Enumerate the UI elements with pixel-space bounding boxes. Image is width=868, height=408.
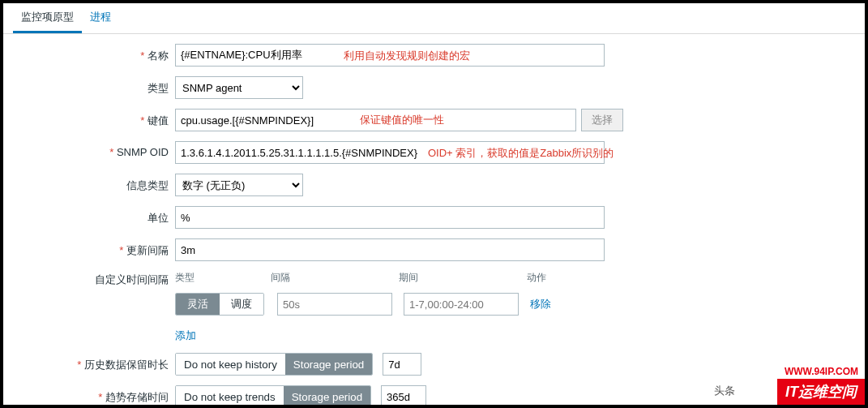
flexible-button[interactable]: 灵活 <box>176 294 220 315</box>
label-snmp-oid: SNMP OID <box>3 141 175 158</box>
remove-interval-link[interactable]: 移除 <box>530 297 551 311</box>
label-key: 键值 <box>3 109 175 128</box>
unit-input[interactable] <box>175 206 605 229</box>
label-history: 历史数据保留时长 <box>3 353 175 372</box>
annotation-key: 保证键值的唯一性 <box>360 113 444 127</box>
label-name: 名称 <box>3 44 175 63</box>
no-history-button[interactable]: Do not keep history <box>176 354 285 375</box>
header-action: 动作 <box>527 271 575 285</box>
history-period-input[interactable] <box>383 353 421 376</box>
label-type: 类型 <box>3 76 175 96</box>
trends-period-input[interactable] <box>381 385 426 408</box>
tabs-bar: 监控项原型 进程 <box>3 3 865 34</box>
update-interval-input[interactable] <box>175 238 605 261</box>
watermark-head: 头条 <box>714 384 735 398</box>
interval-header: 类型 间隔 期间 动作 <box>175 271 575 285</box>
label-trends: 趋势存储时间 <box>3 385 175 405</box>
history-mode-group: Do not keep history Storage period <box>175 353 373 376</box>
trends-mode-group: Do not keep trends Storage period <box>175 385 371 408</box>
add-interval-link[interactable]: 添加 <box>175 329 196 343</box>
watermark-url: WWW.94IP.COM <box>785 366 858 377</box>
form: 名称 利用自动发现规则创建的宏 类型 SNMP agent 键值 选择 保证键值… <box>3 34 865 408</box>
info-type-select[interactable]: 数字 (无正负) <box>175 174 303 196</box>
tab-item-prototype[interactable]: 监控项原型 <box>13 3 82 33</box>
watermark-brand: IT运维空间 <box>777 379 865 405</box>
flex-period-input[interactable] <box>404 293 519 316</box>
scheduling-button[interactable]: 调度 <box>220 294 263 315</box>
trends-storage-period-button[interactable]: Storage period <box>284 386 370 407</box>
label-info-type: 信息类型 <box>3 174 175 193</box>
label-custom-interval: 自定义时间间隔 <box>3 271 175 287</box>
history-storage-period-button[interactable]: Storage period <box>285 354 372 375</box>
annotation-name: 利用自动发现规则创建的宏 <box>344 49 470 63</box>
flex-interval-input[interactable] <box>277 293 392 316</box>
header-type: 类型 <box>175 271 271 285</box>
label-update-interval: 更新间隔 <box>3 238 175 258</box>
interval-type-group: 灵活 调度 <box>175 293 264 316</box>
annotation-oid: OID+ 索引，获取的值是Zabbix所识别的 <box>428 146 614 161</box>
label-unit: 单位 <box>3 206 175 225</box>
header-period: 期间 <box>399 271 527 285</box>
header-interval: 间隔 <box>271 271 399 285</box>
type-select[interactable]: SNMP agent <box>175 76 303 99</box>
no-trends-button[interactable]: Do not keep trends <box>176 386 284 407</box>
interval-row: 灵活 调度 移除 <box>175 293 551 316</box>
tab-process[interactable]: 进程 <box>82 3 119 33</box>
select-key-button[interactable]: 选择 <box>581 109 623 131</box>
